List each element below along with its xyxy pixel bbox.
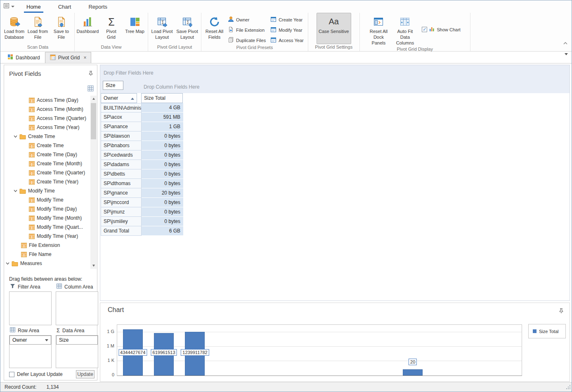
tree-field-item[interactable]: File Extension [5, 241, 90, 250]
pivot-value-cell[interactable]: 0 bytes [142, 217, 183, 226]
dashboard-button[interactable]: Dashboard [76, 13, 99, 44]
tree-folder-item[interactable]: Modify Time [5, 186, 90, 195]
tab-list-dropdown-button[interactable] [565, 55, 568, 63]
preset-owner-button[interactable]: Owner [226, 15, 269, 24]
pivot-value-cell[interactable]: 0 bytes [142, 131, 183, 141]
pivot-value-cell[interactable]: 4 GB [142, 103, 183, 113]
pivot-value-cell[interactable]: 0 bytes [142, 169, 183, 179]
tree-folder-item[interactable]: Measures [5, 259, 90, 268]
column-header-size-total[interactable]: Size Total [141, 93, 183, 103]
pivot-row-header-cell[interactable]: SP\dbetts [101, 169, 142, 179]
load-from-file-button[interactable]: Load from File [26, 13, 50, 44]
data-field-size[interactable]: Size [56, 336, 98, 345]
tree-scrollbar[interactable] [90, 96, 97, 269]
case-sensitive-button[interactable]: Aa Case Sensitive [317, 13, 351, 44]
pivot-value-cell[interactable]: 0 bytes [142, 207, 183, 217]
app-menu-button[interactable] [0, 0, 18, 13]
pivot-row-header-cell[interactable]: SP\bnabors [101, 141, 142, 150]
ribbon-tab-home[interactable]: Home [18, 0, 50, 13]
pivot-value-cell[interactable]: 20 bytes [142, 188, 183, 198]
filter-area-box[interactable] [9, 291, 52, 325]
preset-access-year-button[interactable]: Access Year [269, 36, 307, 45]
tree-field-item[interactable]: Create Time [5, 141, 90, 150]
pivot-row-header-cell[interactable]: SP\acox [101, 113, 142, 122]
tree-field-item[interactable]: Access Time (Quarter) [5, 114, 90, 123]
preset-file-extension-button[interactable]: File Extension [226, 26, 269, 34]
pivot-row-header-cell[interactable]: SP\jmunz [101, 207, 142, 217]
scrollbar-thumb[interactable] [91, 103, 96, 139]
close-tab-icon[interactable]: × [83, 55, 86, 61]
show-chart-checkbox[interactable]: ✓ Show Chart [418, 26, 463, 33]
pivot-value-cell[interactable]: 1 GB [142, 122, 183, 131]
tree-field-item[interactable]: Create Time (Quarter) [5, 168, 90, 177]
pivot-grid-button[interactable]: Σ Pivot Grid [99, 13, 123, 44]
expand-chevron-icon[interactable] [12, 190, 18, 192]
load-from-database-button[interactable]: Load from Database [2, 13, 26, 44]
svg-text:Σ: Σ [161, 20, 164, 25]
scroll-up-button[interactable] [90, 96, 97, 102]
tree-field-item[interactable]: Modify Time (Month) [5, 214, 90, 223]
tree-field-item[interactable]: Create Time (Month) [5, 159, 90, 168]
tree-field-item[interactable]: File Name [5, 250, 90, 259]
tree-field-item[interactable]: Create Time (Day) [5, 150, 90, 159]
collapse-ribbon-button[interactable] [562, 40, 569, 47]
tree-field-item[interactable]: Access Time (Day) [5, 96, 90, 105]
row-field-owner[interactable]: Owner [9, 336, 51, 345]
resize-grip[interactable] [565, 384, 571, 391]
pivot-value-cell[interactable]: 0 bytes [142, 141, 183, 150]
pivot-row-header-cell[interactable]: SP\jsmiiley [101, 217, 142, 226]
pivot-row-header-cell[interactable]: SP\blawson [101, 131, 142, 141]
data-area-box[interactable]: Size [56, 335, 98, 368]
tree-field-item[interactable]: Modify Time (Day) [5, 204, 90, 214]
field-list-layout-button[interactable] [87, 85, 95, 94]
expand-chevron-icon[interactable] [12, 135, 18, 138]
pivot-value-cell[interactable]: 0 bytes [142, 160, 183, 169]
column-area-box[interactable] [56, 291, 98, 325]
tree-map-button[interactable]: Tree Map [123, 13, 147, 44]
pivot-row-header-cell[interactable]: Grand Total [101, 226, 142, 236]
pivot-value-cell[interactable]: 0 bytes [142, 198, 183, 207]
update-button[interactable]: Update [76, 370, 95, 378]
preset-create-year-button[interactable]: Create Year [269, 15, 307, 24]
pivot-value-cell[interactable]: 0 bytes [142, 150, 183, 160]
pivot-row-header-cell[interactable]: BUILTIN\Adminis... [101, 103, 142, 113]
pivot-row-header-cell[interactable]: SP\cedwards [101, 150, 142, 160]
pivot-row-header-cell[interactable]: SP\dthomas [101, 179, 142, 188]
tree-field-item[interactable]: Access Time (Month) [5, 105, 90, 114]
auto-fit-data-columns-button[interactable]: Auto Fit Data Columns [391, 13, 418, 46]
pivot-row-header-cell[interactable]: SP\anance [101, 122, 142, 131]
reset-all-dock-panels-button[interactable]: Reset All Dock Panels [366, 13, 391, 46]
field-dropdown-icon[interactable] [45, 339, 48, 341]
scroll-down-button[interactable] [90, 263, 97, 269]
row-area-box[interactable]: Owner [9, 335, 52, 368]
pivot-value-cell[interactable]: 591 MB [142, 113, 183, 122]
pivot-row-header-cell[interactable]: SP\dadams [101, 160, 142, 169]
tree-field-item[interactable]: Modify Time [5, 195, 90, 204]
tree-field-item[interactable]: Modify Time (Year) [5, 232, 90, 241]
chart-bar[interactable] [403, 369, 423, 376]
save-pivot-layout-button[interactable]: Σ Save Pivot Layout [175, 13, 200, 44]
pivot-value-cell[interactable]: 0 bytes [142, 179, 183, 188]
load-pivot-layout-button[interactable]: Σ Load Pivot Layout [149, 13, 175, 44]
tree-field-item[interactable]: Create Time (Year) [5, 177, 90, 186]
pivot-value-cell[interactable]: 6 GB [142, 226, 183, 236]
doc-tab-dashboard[interactable]: Dashboard [2, 52, 45, 63]
y-axis-tick-label: 1 G [100, 329, 114, 334]
defer-layout-update-checkbox[interactable]: Defer Layout Update [9, 371, 63, 377]
save-to-file-button[interactable]: Save to File [50, 13, 73, 44]
expand-chevron-icon[interactable] [5, 262, 10, 265]
tree-field-item[interactable]: Modify Time (Quart... [5, 223, 90, 232]
tree-field-item[interactable]: Access Time (Year) [5, 123, 90, 132]
ribbon-tab-chart[interactable]: Chart [50, 0, 80, 13]
row-header-owner[interactable]: Owner [101, 93, 137, 103]
reset-all-fields-button[interactable]: Reset All Fields [203, 13, 226, 45]
pin-icon[interactable] [88, 70, 93, 78]
tree-folder-item[interactable]: Create Time [5, 132, 90, 141]
filter-field-size[interactable]: Size [103, 81, 123, 90]
pivot-row-header-cell[interactable]: SP\gnance [101, 188, 142, 198]
preset-duplicate-files-button[interactable]: Duplicate Files [226, 36, 269, 45]
ribbon-tab-reports[interactable]: Reports [80, 0, 116, 13]
pivot-row-header-cell[interactable]: SP\jmccord [101, 198, 142, 207]
doc-tab-pivot-grid[interactable]: Pivot Grid × [45, 52, 92, 63]
preset-modify-year-button[interactable]: Modify Year [269, 26, 307, 34]
